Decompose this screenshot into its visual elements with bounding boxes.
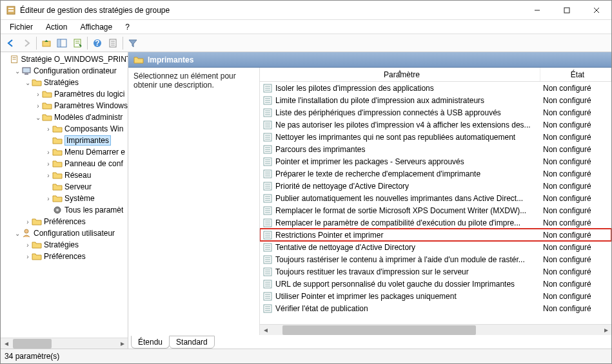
setting-row[interactable]: Nettoyer les imprimantes qui ne sont pas… — [260, 131, 611, 143]
setting-row[interactable]: Pointer et imprimer les packages - Serve… — [260, 155, 611, 168]
menu-file[interactable]: Fichier — [5, 21, 38, 33]
menu-action[interactable]: Action — [41, 21, 72, 33]
chevron-down-icon[interactable]: ⌄ — [34, 114, 42, 121]
maximize-button[interactable] — [552, 1, 582, 19]
chevron-right-icon[interactable]: › — [44, 126, 52, 133]
tree-item[interactable]: ›Système — [1, 193, 128, 204]
chevron-right-icon[interactable]: › — [34, 102, 42, 110]
chevron-down-icon[interactable]: ⌄ — [24, 79, 32, 86]
setting-label: URL de support personnalisé du volet gau… — [275, 280, 540, 289]
column-header-state[interactable]: État — [540, 68, 611, 81]
folder-icon — [32, 240, 42, 250]
tree-item[interactable]: ›Réseau — [1, 169, 128, 181]
close-button[interactable] — [582, 1, 611, 19]
folder-icon — [52, 124, 63, 134]
options-button[interactable] — [105, 35, 121, 51]
tree-item[interactable]: ›Préférences — [1, 251, 128, 262]
tab-extended[interactable]: Étendu — [131, 336, 170, 349]
setting-icon — [262, 108, 273, 118]
tree-item-label: Tous les paramèt — [64, 206, 123, 215]
setting-row[interactable]: Tentative de nettoyage d'Active Director… — [260, 241, 611, 253]
scroll-right-icon[interactable]: ▸ — [117, 338, 128, 349]
setting-label: Vérifier l'état de publication — [275, 304, 540, 313]
setting-state: Non configuré — [540, 243, 611, 252]
chevron-right-icon[interactable]: › — [44, 195, 52, 202]
tree-item[interactable]: Tous les paramèt — [1, 204, 128, 216]
column-header-state-label: État — [571, 70, 584, 79]
tree-item-label: Composants Win — [64, 124, 123, 133]
properties-button[interactable] — [70, 35, 85, 51]
chevron-right-icon[interactable]: › — [24, 242, 32, 249]
chevron-right-icon[interactable]: › — [34, 91, 42, 98]
menu-help[interactable]: ? — [120, 21, 135, 33]
tree-item[interactable]: Stratégie O_WINDOWS_PRINT_D — [1, 53, 128, 65]
menu-view[interactable]: Affichage — [75, 21, 117, 33]
tree-item[interactable]: ›Panneau de conf — [1, 158, 128, 169]
setting-icon — [262, 267, 273, 277]
setting-row[interactable]: Limite l'installation du pilote d'impres… — [260, 94, 611, 106]
setting-icon — [262, 157, 273, 167]
nav-tree[interactable]: Stratégie O_WINDOWS_PRINT_D⌄Configuratio… — [1, 52, 128, 338]
scrollbar-thumb[interactable] — [282, 325, 476, 335]
setting-row[interactable]: Préparer le texte de recherche d'emplace… — [260, 168, 611, 180]
column-header-parameter[interactable]: ▲ Paramètre — [260, 68, 540, 81]
minimize-button[interactable] — [522, 1, 552, 19]
setting-state: Non configuré — [540, 194, 611, 203]
help-button[interactable]: ? — [90, 35, 105, 51]
setting-row[interactable]: Ne pas autoriser les pilotes d'impressio… — [260, 119, 611, 131]
chevron-right-icon[interactable]: › — [24, 218, 32, 225]
show-hide-tree-button[interactable] — [54, 35, 70, 51]
filter-button[interactable] — [125, 35, 141, 51]
up-folder-button[interactable] — [39, 35, 54, 51]
setting-row[interactable]: URL de support personnalisé du volet gau… — [260, 278, 611, 290]
list-horizontal-scrollbar[interactable]: ◂ ▸ — [260, 324, 611, 335]
setting-row[interactable]: Priorité de nettoyage d'Active Directory… — [260, 180, 611, 192]
setting-row[interactable]: Remplacer le paramètre de compatibilité … — [260, 216, 611, 229]
setting-row[interactable]: Parcours des imprimantesNon configuré — [260, 143, 611, 155]
chevron-right-icon[interactable]: › — [44, 172, 52, 179]
description-text: Sélectionnez un élément pour obtenir une… — [133, 72, 236, 90]
tree-horizontal-scrollbar[interactable]: ◂ ▸ — [1, 338, 128, 349]
chevron-right-icon[interactable]: › — [44, 149, 52, 156]
tree-item[interactable]: ›Menu Démarrer e — [1, 146, 128, 158]
back-button[interactable] — [3, 35, 19, 51]
scroll-left-icon[interactable]: ◂ — [260, 325, 271, 336]
setting-row[interactable]: Toujours restituer les travaux d'impress… — [260, 265, 611, 278]
forward-button[interactable] — [19, 35, 34, 51]
setting-row[interactable]: Remplacer le format de sortie Microsoft … — [260, 204, 611, 216]
tree-item[interactable]: ⌄Modèles d'administr — [1, 111, 128, 123]
setting-row[interactable]: Publier automatiquement les nouvelles im… — [260, 192, 611, 204]
scroll-right-icon[interactable]: ▸ — [600, 325, 611, 336]
tree-item[interactable]: ›Composants Win — [1, 123, 128, 135]
tree-item[interactable]: ⌄Configuration utilisateur — [1, 227, 128, 239]
chevron-right-icon[interactable]: › — [24, 253, 32, 260]
setting-label: Ne pas autoriser les pilotes d'impressio… — [275, 120, 540, 129]
tree-item[interactable]: ›Stratégies — [1, 239, 128, 251]
setting-row[interactable]: Vérifier l'état de publicationNon config… — [260, 302, 611, 314]
settings-list[interactable]: Isoler les pilotes d'impression des appl… — [260, 82, 611, 324]
setting-row[interactable]: Toujours rastériser le contenu à imprime… — [260, 253, 611, 265]
setting-row[interactable]: Liste des périphériques d'impression con… — [260, 106, 611, 119]
tab-standard[interactable]: Standard — [169, 336, 215, 349]
tree-item[interactable]: ›Paramètres Windows — [1, 100, 128, 111]
folder-icon — [52, 170, 63, 180]
setting-row[interactable]: Utiliser Pointer et imprimer les package… — [260, 290, 611, 302]
chevron-right-icon[interactable]: › — [44, 160, 52, 168]
tree-item[interactable]: ›Préférences — [1, 216, 128, 227]
tree-item[interactable]: Imprimantes — [1, 135, 128, 146]
window-controls — [522, 1, 611, 19]
setting-row[interactable]: Restrictions Pointer et imprimerNon conf… — [260, 229, 611, 241]
folder-icon — [52, 193, 63, 204]
chevron-down-icon[interactable]: ⌄ — [14, 68, 21, 75]
svg-rect-10 — [58, 40, 60, 46]
tree-item[interactable]: ›Paramètres du logici — [1, 88, 128, 100]
scroll-left-icon[interactable]: ◂ — [1, 338, 12, 349]
setting-label: Nettoyer les imprimantes qui ne sont pas… — [275, 133, 540, 142]
setting-state: Non configuré — [540, 267, 611, 276]
tree-item[interactable]: Serveur — [1, 181, 128, 193]
scrollbar-thumb[interactable] — [13, 339, 52, 349]
chevron-down-icon[interactable]: ⌄ — [14, 230, 21, 237]
setting-row[interactable]: Isoler les pilotes d'impression des appl… — [260, 82, 611, 94]
tree-item[interactable]: ⌄Configuration ordinateur — [1, 65, 128, 77]
tree-item[interactable]: ⌄Stratégies — [1, 77, 128, 88]
